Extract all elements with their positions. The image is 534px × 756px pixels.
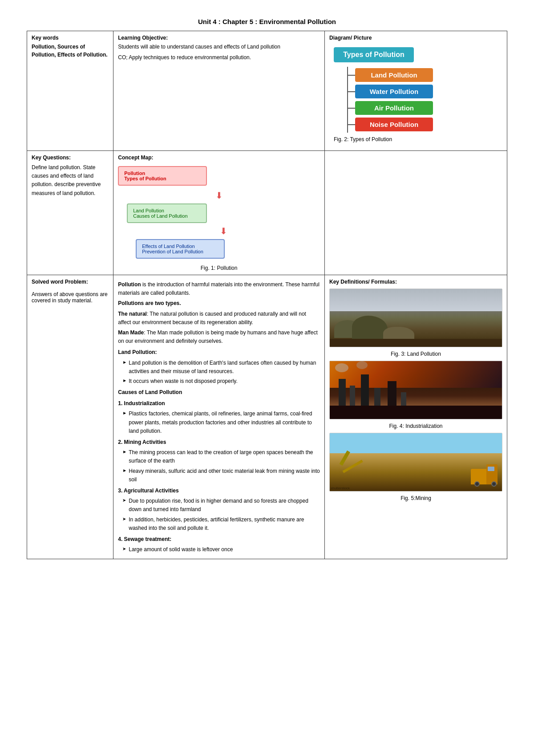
solved-label: Solved word Problem: <box>32 279 109 285</box>
key-definitions: Key Definitions/ Formulas: Fig. 3: Land … <box>329 279 502 501</box>
manmade-text: Man Made: The Man made pollution is bein… <box>118 329 320 345</box>
main-content: Pollution is the introduction of harmful… <box>118 280 320 554</box>
row2: Key Questions: Define land pollution. St… <box>27 151 507 275</box>
types-list: Land Pollution Water Pollution Air Pollu… <box>348 67 433 133</box>
natural-text: The natural: The natural pollution is ca… <box>118 310 320 327</box>
h-line-water <box>348 91 355 92</box>
key-definitions-cell: Key Definitions/ Formulas: Fig. 3: Land … <box>324 275 507 559</box>
h-line-land <box>348 75 355 76</box>
cause3-arrow-1: Due to population rise, food is in highe… <box>122 497 320 514</box>
key-questions-text: Define land pollution. State causes and … <box>32 163 109 198</box>
fig4-caption: Fig. 4: Industrialization <box>329 423 502 429</box>
row1: Key words Pollution, Sources of Pollutio… <box>27 31 507 151</box>
key-questions-cell: Key Questions: Define land pollution. St… <box>27 151 113 275</box>
concept-item-types: Types of Pollution <box>124 176 201 181</box>
land-bullets: Land pollution is the demolition of Eart… <box>118 359 320 386</box>
keywords-text: Pollution, Sources of Pollution, Effects… <box>32 43 109 59</box>
concept-item-causes: Causes of Land Pollution <box>133 213 201 219</box>
concept-arrow-1: ⬇ <box>118 190 320 201</box>
solved-text: Answers of above questions are covered i… <box>32 291 109 304</box>
fig2-caption: Fig. 2: Types of Pollution <box>334 136 392 142</box>
factory-base <box>330 406 502 419</box>
cause2-bullet-1: The mining process can lead to the creat… <box>122 448 320 465</box>
land-head: Land Pollution: <box>118 348 320 357</box>
fig3-image <box>329 289 502 347</box>
concept-item-prevention: Prevention of Land Pollution <box>142 249 218 254</box>
cause2-bullets: The mining process can lead to the creat… <box>118 448 320 484</box>
wheel-1 <box>491 481 497 487</box>
learning-objective-cell: Learning Objective: Students will able t… <box>113 31 325 151</box>
solved-word-cell: Solved word Problem: Answers of above qu… <box>27 275 113 559</box>
types-of-pollution-box: Types of Pollution <box>334 47 414 62</box>
learning-objective-content: Students will able to understand causes … <box>118 43 320 61</box>
cause4-head: 4. Sewage treatment: <box>118 535 320 544</box>
main-table: Key words Pollution, Sources of Pollutio… <box>27 31 507 559</box>
cause1-bullets: Plastics factories, chemical plants, oil… <box>118 410 320 435</box>
cause3-arrow-2: In addition, herbicides, pesticides, art… <box>122 516 320 532</box>
cause3-head: 3. Agricultural Activities <box>118 487 320 495</box>
row3: Solved word Problem: Answers of above qu… <box>27 275 507 559</box>
air-row: Air Pollution <box>348 101 433 115</box>
land-row: Land Pollution <box>348 68 433 82</box>
ground <box>330 339 502 347</box>
cause4-arrows: Large amount of solid waste is leftover … <box>118 545 320 554</box>
cause3-arrows: Due to population rise, food is in highe… <box>118 497 320 532</box>
concept-item-land: Land Pollution <box>133 208 201 213</box>
objective-2: CO; Apply techniques to reduce environme… <box>118 53 320 61</box>
fig4-image <box>329 361 502 419</box>
wheel-2 <box>474 481 480 487</box>
fig1-caption: Fig. 1: Pollution <box>118 265 320 271</box>
h-line-air <box>348 108 355 109</box>
concept-arrow-2: ⬇ <box>127 226 320 236</box>
concept-item-pollution: Pollution <box>124 171 201 176</box>
types-connector: Land Pollution Water Pollution Air Pollu… <box>347 67 433 133</box>
main-content-cell: Pollution is the introduction of harmful… <box>113 275 325 559</box>
smoke-2 <box>356 361 368 369</box>
truck-window <box>488 467 494 471</box>
cause1-bullet-1: Plastics factories, chemical plants, oil… <box>122 410 320 435</box>
fig3-caption: Fig. 3: Land Pollution <box>329 351 502 357</box>
watermark: shutterstock <box>331 486 350 490</box>
concept-box-2: Land Pollution Causes of Land Pollution <box>127 203 207 223</box>
concept-box-3: Effects of Land Pollution Prevention of … <box>136 239 225 259</box>
cause2-head: 2. Mining Activities <box>118 438 320 447</box>
sky-decoration <box>330 289 502 311</box>
concept-map-label: Concept Map: <box>118 154 320 161</box>
two-types: Pollutions are two types. <box>118 299 320 308</box>
keywords-cell: Key words Pollution, Sources of Pollutio… <box>27 31 113 151</box>
intro-paragraph: Pollution is the introduction of harmful… <box>118 280 320 297</box>
diagram-label: Diagram/ Picture <box>329 35 502 41</box>
cause4-arrow-1: Large amount of solid waste is leftover … <box>122 545 320 554</box>
concept-item-effects: Effects of Land Pollution <box>142 244 218 249</box>
types-diagram: Types of Pollution Land Pollution Water … <box>329 43 502 147</box>
row2-diagram-cell <box>324 151 507 275</box>
fig5-image: shutterstock <box>329 433 502 492</box>
key-def-label: Key Definitions/ Formulas: <box>329 279 502 285</box>
concept-map-cell: Concept Map: Pollution Types of Pollutio… <box>113 151 325 275</box>
noise-pollution-box: Noise Pollution <box>355 118 433 131</box>
keywords-label: Key words <box>32 35 109 41</box>
waste-pile-2 <box>352 316 388 340</box>
page-title: Unit 4 : Chapter 5 : Environmental Pollu… <box>27 18 507 25</box>
noise-row: Noise Pollution <box>348 118 433 131</box>
land-bullet-1: Land pollution is the demolition of Eart… <box>122 359 320 376</box>
sky-industrial <box>330 361 502 388</box>
water-pollution-box: Water Pollution <box>355 85 433 98</box>
land-pollution-box: Land Pollution <box>355 68 433 82</box>
concept-box-1: Pollution Types of Pollution <box>118 166 207 186</box>
cause1-head: 1. Industrialization <box>118 399 320 408</box>
water-row: Water Pollution <box>348 85 433 98</box>
types-heading-row: Types of Pollution <box>334 47 414 64</box>
land-bullet-2: It occurs when waste is not disposed pro… <box>122 377 320 386</box>
fig5-caption: Fig. 5:Mining <box>329 495 502 501</box>
cause2-bullet-2: Heavy minerals, sulfuric acid and other … <box>122 467 320 484</box>
air-pollution-box: Air Pollution <box>355 101 433 115</box>
diagram-cell: Diagram/ Picture Types of Pollution Land… <box>324 31 507 151</box>
h-line-noise <box>348 124 355 125</box>
causes-head: Causes of Land Pollution <box>118 388 320 397</box>
smoke-1 <box>335 363 348 372</box>
key-questions-label: Key Questions: <box>32 154 109 161</box>
concept-map-diagram: Pollution Types of Pollution ⬇ Land Poll… <box>118 163 320 260</box>
learning-objective-label: Learning Objective: <box>118 35 320 41</box>
objective-1: Students will able to understand causes … <box>118 43 320 51</box>
